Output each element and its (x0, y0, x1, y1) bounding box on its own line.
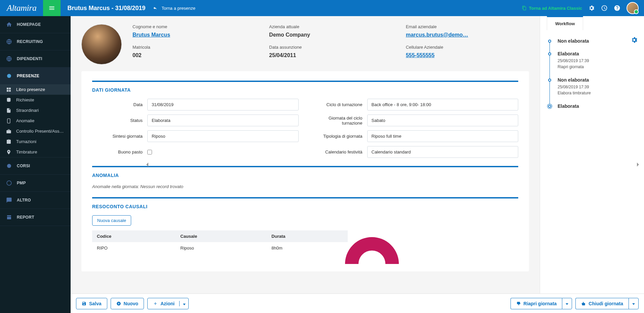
plus-icon (153, 301, 158, 306)
chevron-down-icon (183, 304, 186, 305)
help-icon[interactable] (614, 5, 620, 11)
workflow-step: Non elaborata 25/08/2019 17:39Elabora ti… (558, 77, 637, 96)
label-sintesi: Sintesi giornata (92, 134, 143, 139)
value-matricola: 002 (132, 52, 256, 58)
chat-icon (6, 197, 12, 203)
section-title-dati-giornata: DATI GIORNATA (92, 87, 518, 93)
brand-logo: Altamira (0, 3, 43, 13)
nuova-causale-button[interactable]: Nuova causale (92, 215, 131, 226)
globe-icon (6, 180, 12, 186)
nuovo-button[interactable]: Nuovo (111, 298, 144, 309)
home-icon (6, 21, 12, 28)
chevron-down-icon (566, 303, 568, 305)
phone-icon (6, 118, 11, 124)
clock-icon[interactable] (601, 5, 608, 11)
back-to-presenze[interactable]: Torna a presenze (152, 6, 195, 11)
label-tipologia: Tipologia di giornata (312, 134, 363, 139)
document-icon (6, 108, 11, 113)
reply-arrow-icon (152, 6, 158, 10)
globe-icon (6, 39, 12, 45)
goto-classic[interactable]: Torna ad Altamira Classic (522, 6, 582, 11)
riapri-giornata-button[interactable]: Riapri giornata (510, 298, 562, 309)
label-cellulare: Cellulare Aziendale (406, 45, 529, 50)
value-assunzione: 25/04/2011 (269, 52, 392, 58)
workflow-tab[interactable]: Workflow (547, 16, 583, 30)
label-email: Email aziendale (406, 24, 529, 29)
globe-icon (6, 56, 12, 62)
value-cognome-nome[interactable]: Brutus Marcus (132, 32, 256, 38)
nav-presenze[interactable]: PRESENZE (0, 68, 71, 84)
cell-causale: Riposo (176, 242, 267, 254)
input-calendario[interactable] (367, 146, 519, 158)
workflow-step: Non elaborata (558, 38, 637, 44)
nav-dipendenti[interactable]: DIPENDENTI (0, 50, 71, 67)
cell-codice: RIPO (92, 242, 176, 254)
database-icon (6, 97, 11, 103)
chevron-down-icon (632, 303, 635, 305)
input-tipologia[interactable] (367, 130, 519, 142)
user-avatar[interactable] (627, 2, 639, 14)
nav-pmp[interactable]: PMP (0, 175, 71, 191)
grid-icon (6, 87, 11, 92)
input-status[interactable] (147, 115, 299, 126)
value-cellulare[interactable]: 555-555555 (406, 52, 529, 58)
report-icon (6, 214, 12, 220)
chiudi-dropdown[interactable] (629, 298, 639, 309)
sub-anomalie[interactable]: Anomalie (0, 116, 71, 126)
causali-table: Codice Causale Durata RIPO Riposo 8h0m (92, 230, 348, 254)
sub-richieste[interactable]: Richieste (0, 95, 71, 105)
sub-straordinari[interactable]: Straordinari (0, 105, 71, 116)
menu-toggle[interactable] (43, 0, 61, 16)
top-header: Altamira Brutus Marcus - 31/08/2019 Torn… (0, 0, 644, 16)
nav-corsi[interactable]: CORSI (0, 158, 71, 174)
sub-libro-presenze[interactable]: Libro presenze (0, 84, 71, 95)
table-row[interactable]: RIPO Riposo 8h0m (92, 242, 348, 254)
nav-homepage[interactable]: HOMEPAGE (0, 16, 71, 33)
nav-altro[interactable]: ALTRO (0, 192, 71, 209)
label-azienda: Azienda attuale (269, 24, 392, 29)
label-giornata-ciclo: Giornata del ciclo turnazione (312, 116, 363, 126)
sub-controllo[interactable]: Controllo Presenti/Ass… (0, 126, 71, 136)
causali-chart (345, 237, 399, 264)
salva-button[interactable]: Salva (76, 298, 107, 309)
nav-recruiting[interactable]: RECRUITING (0, 33, 71, 50)
label-cognome-nome: Cognome e nome (132, 24, 256, 29)
section-title-anomalia: ANOMALIA (92, 173, 518, 178)
pin-icon (6, 149, 11, 155)
input-giornata-ciclo[interactable] (367, 115, 519, 126)
riapri-dropdown[interactable] (562, 298, 572, 309)
copy-icon (522, 6, 527, 10)
settings-icon[interactable] (588, 5, 595, 11)
input-ciclo[interactable] (367, 99, 519, 110)
th-durata: Durata (267, 230, 348, 242)
employee-profile-header: Cognome e nomeBrutus Marcus Azienda attu… (81, 24, 529, 64)
azioni-button[interactable]: Azioni (147, 298, 189, 309)
save-icon (82, 301, 86, 306)
chiudi-giornata-button[interactable]: Chiudi giornata (575, 298, 629, 309)
next-record-chevron[interactable] (634, 158, 642, 171)
value-email[interactable]: marcus.brutus@demo… (406, 32, 529, 38)
sidebar: HOMEPAGE RECRUITING DIPENDENTI PRESENZE … (0, 16, 71, 313)
sub-timbrature[interactable]: Timbrature (0, 147, 71, 157)
thumbs-down-icon (516, 301, 521, 306)
avatar-check-icon (634, 9, 639, 14)
anomalia-empty-text: Anomalie nella giornata: Nessun record t… (92, 184, 518, 189)
prev-record-chevron[interactable] (143, 158, 151, 171)
input-sintesi[interactable] (147, 130, 299, 142)
action-footer: Salva Nuovo Azioni Riapri giornata Chiud… (71, 294, 644, 313)
sub-turnazioni[interactable]: Turnazioni (0, 136, 71, 147)
workflow-step: Elaborata (558, 103, 637, 109)
th-causale: Causale (176, 230, 267, 242)
label-status: Status (92, 118, 143, 123)
label-ciclo: Ciclo di turnazione (312, 102, 363, 107)
th-codice: Codice (92, 230, 176, 242)
page-title: Brutus Marcus - 31/08/2019 (61, 5, 152, 12)
input-data[interactable] (147, 99, 299, 110)
svg-point-6 (7, 181, 11, 185)
checkbox-buono-pasto[interactable] (147, 150, 152, 154)
workflow-panel: Workflow Non elaborata Elaborata 25/08/2… (540, 16, 644, 313)
globe-icon (6, 73, 12, 79)
label-buono-pasto: Buono pasto (92, 149, 143, 154)
label-data: Data (92, 102, 143, 107)
nav-report[interactable]: REPORT (0, 209, 71, 226)
